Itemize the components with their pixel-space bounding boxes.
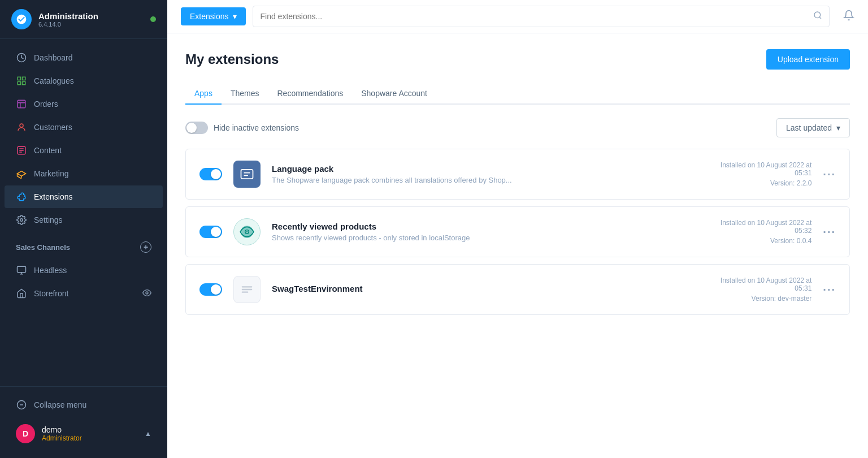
recently-viewed-date: Installed on 10 August 2022 at 05:32 bbox=[721, 219, 811, 235]
toggle-label: Hide inactive extensions bbox=[214, 123, 299, 132]
svg-rect-22 bbox=[242, 292, 249, 293]
swag-test-version: Version: dev-master bbox=[721, 295, 811, 303]
upload-extension-button[interactable]: Upload extension bbox=[766, 49, 850, 70]
add-sales-channel-button[interactable]: + bbox=[140, 241, 151, 253]
user-profile[interactable]: D demo Administrator ▲ bbox=[5, 418, 163, 449]
sidebar-item-label: Orders bbox=[34, 100, 58, 109]
tab-shopware-account[interactable]: Shopware Account bbox=[352, 83, 436, 105]
sidebar-item-headless[interactable]: Headless bbox=[5, 259, 163, 282]
catalogue-icon bbox=[16, 75, 27, 87]
language-pack-icon bbox=[233, 161, 261, 188]
swag-test-info: SwagTestEnvironment bbox=[272, 284, 721, 296]
sidebar-item-label: Extensions bbox=[34, 192, 72, 201]
svg-rect-12 bbox=[18, 266, 26, 273]
language-pack-info: Language pack The Shopware language pack… bbox=[272, 164, 721, 184]
recently-viewed-menu[interactable]: ··· bbox=[823, 226, 836, 239]
sales-channels-section: Sales Channels + bbox=[5, 236, 163, 258]
collapse-label: Collapse menu bbox=[34, 400, 86, 409]
sidebar-item-orders[interactable]: Orders bbox=[5, 93, 163, 115]
sidebar-item-label: Customers bbox=[34, 123, 72, 132]
search-icon[interactable] bbox=[813, 11, 822, 22]
toggle-knob bbox=[211, 227, 221, 237]
sidebar-item-storefront[interactable]: Storefront bbox=[5, 282, 163, 305]
sales-channels-label: Sales Channels bbox=[16, 243, 70, 252]
svg-rect-1 bbox=[18, 77, 20, 80]
sidebar-item-catalogues[interactable]: Catalogues bbox=[5, 70, 163, 92]
content-icon bbox=[16, 145, 27, 156]
tab-apps[interactable]: Apps bbox=[185, 83, 222, 105]
language-pack-toggle[interactable] bbox=[199, 168, 222, 180]
swag-test-date: Installed on 10 August 2022 at 05:31 bbox=[721, 276, 811, 292]
extension-card-recently-viewed: Recently viewed products Shows recently … bbox=[185, 206, 850, 257]
sidebar-item-marketing[interactable]: Marketing bbox=[5, 162, 163, 185]
collapse-menu-button[interactable]: Collapse menu bbox=[5, 394, 163, 416]
sort-button[interactable]: Last updated ▾ bbox=[776, 118, 850, 137]
storefront-visibility-icon[interactable] bbox=[142, 288, 151, 299]
extension-card-language-pack: Language pack The Shopware language pack… bbox=[185, 149, 850, 200]
app-info: Administration 6.4.14.0 bbox=[38, 11, 98, 28]
filter-row: Hide inactive extensions Last updated ▾ bbox=[185, 118, 850, 137]
page-title: My extensions bbox=[185, 51, 279, 67]
sidebar-item-settings[interactable]: Settings bbox=[5, 209, 163, 231]
main-content: Extensions ▾ My extensions Upload extens… bbox=[167, 0, 868, 458]
extension-card-swag-test: SwagTestEnvironment Installed on 10 Augu… bbox=[185, 264, 850, 315]
avatar: D bbox=[16, 424, 35, 443]
swag-test-name: SwagTestEnvironment bbox=[272, 284, 721, 293]
language-pack-desc: The Shopware language pack combines all … bbox=[272, 176, 721, 184]
tabs: Apps Themes Recommendations Shopware Acc… bbox=[185, 83, 850, 105]
recently-viewed-meta: Installed on 10 August 2022 at 05:32 Ver… bbox=[721, 219, 811, 245]
sidebar-item-label: Marketing bbox=[34, 169, 68, 178]
sidebar-item-content[interactable]: Content bbox=[5, 139, 163, 162]
language-pack-name: Language pack bbox=[272, 164, 721, 174]
chevron-down-icon: ▾ bbox=[233, 12, 237, 21]
recently-viewed-toggle[interactable] bbox=[199, 226, 222, 238]
tab-themes[interactable]: Themes bbox=[222, 83, 268, 105]
sidebar-footer: Collapse menu D demo Administrator ▲ bbox=[0, 386, 167, 458]
user-info: demo Administrator bbox=[42, 425, 82, 442]
swag-test-icon bbox=[233, 276, 261, 303]
topbar: Extensions ▾ bbox=[167, 0, 868, 33]
tab-recommendations[interactable]: Recommendations bbox=[268, 83, 353, 105]
toggle-knob bbox=[211, 284, 221, 295]
svg-rect-3 bbox=[18, 82, 20, 85]
recently-viewed-icon bbox=[233, 218, 261, 245]
search-input[interactable] bbox=[260, 12, 813, 21]
user-name: demo bbox=[42, 425, 82, 434]
svg-rect-4 bbox=[23, 82, 25, 85]
extensions-dropdown-button[interactable]: Extensions ▾ bbox=[181, 7, 246, 25]
swag-test-meta: Installed on 10 August 2022 at 05:31 Ver… bbox=[721, 276, 811, 303]
sidebar-item-label: Storefront bbox=[34, 289, 68, 298]
content-header: My extensions Upload extension bbox=[185, 49, 850, 70]
recently-viewed-version: Version: 0.0.4 bbox=[721, 237, 811, 245]
svg-point-6 bbox=[20, 124, 23, 127]
sidebar-item-customers[interactable]: Customers bbox=[5, 116, 163, 139]
sidebar-header: Administration 6.4.14.0 bbox=[0, 0, 167, 39]
swag-test-menu[interactable]: ··· bbox=[823, 283, 836, 296]
language-pack-meta: Installed on 10 August 2022 at 05:31 Ver… bbox=[721, 161, 811, 187]
sidebar-item-label: Catalogues bbox=[34, 76, 74, 85]
sidebar-item-label: Dashboard bbox=[34, 53, 73, 62]
notification-icon[interactable] bbox=[843, 10, 854, 24]
toggle-knob bbox=[186, 123, 197, 133]
topbar-icons bbox=[843, 10, 854, 24]
extensions-btn-label: Extensions bbox=[190, 12, 228, 21]
svg-rect-16 bbox=[241, 170, 253, 179]
user-role: Administrator bbox=[42, 434, 82, 442]
toggle-knob bbox=[211, 169, 221, 179]
extensions-icon bbox=[16, 191, 27, 202]
hide-inactive-container: Hide inactive extensions bbox=[185, 122, 299, 134]
sidebar-item-label: Headless bbox=[34, 266, 67, 275]
hide-inactive-toggle[interactable] bbox=[185, 122, 208, 134]
recently-viewed-info: Recently viewed products Shows recently … bbox=[272, 222, 721, 242]
sort-label: Last updated bbox=[786, 123, 832, 132]
storefront-icon bbox=[16, 288, 27, 299]
app-title: Administration bbox=[38, 11, 98, 21]
swag-test-toggle[interactable] bbox=[199, 283, 222, 296]
svg-point-13 bbox=[146, 292, 148, 294]
svg-point-11 bbox=[20, 219, 23, 222]
status-dot bbox=[150, 16, 156, 22]
language-pack-menu[interactable]: ··· bbox=[823, 168, 836, 181]
sidebar-item-dashboard[interactable]: Dashboard bbox=[5, 46, 163, 69]
collapse-icon bbox=[16, 399, 27, 411]
sidebar-item-extensions[interactable]: Extensions bbox=[5, 185, 163, 208]
